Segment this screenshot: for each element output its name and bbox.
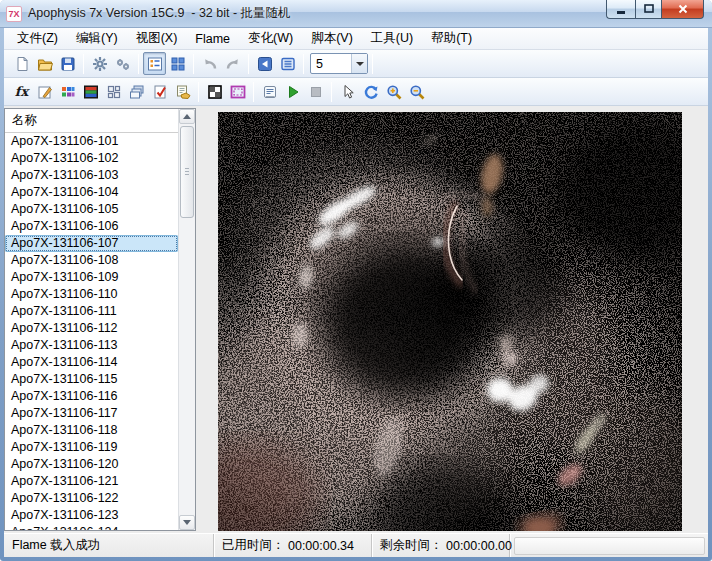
list-item[interactable]: Apo7X-131106-107 <box>5 235 178 252</box>
rotate-mode-button[interactable] <box>359 80 382 103</box>
gradient-editor-button[interactable] <box>79 80 102 103</box>
close-button[interactable] <box>662 0 704 19</box>
script-editor-button[interactable] <box>258 80 281 103</box>
render-flame-button[interactable] <box>148 80 171 103</box>
scroll-down-button[interactable] <box>179 515 195 530</box>
menu-item-0[interactable]: 文件(Z) <box>8 28 67 49</box>
hand-document-icon <box>175 84 191 100</box>
list-view-icon <box>147 56 163 72</box>
list-item[interactable]: Apo7X-131106-110 <box>5 286 178 303</box>
list-item[interactable]: Apo7X-131106-115 <box>5 371 178 388</box>
list-item[interactable]: Apo7X-131106-112 <box>5 320 178 337</box>
scroll-up-button[interactable] <box>179 109 195 124</box>
list-item[interactable]: Apo7X-131106-120 <box>5 456 178 473</box>
menu-bar: 文件(Z)编辑(Y)视图(X)Flame变化(W)脚本(V)工具(U)帮助(T) <box>4 28 708 50</box>
options-button[interactable] <box>88 52 111 75</box>
batch-options-button[interactable] <box>111 52 134 75</box>
list-item[interactable]: Apo7X-131106-118 <box>5 422 178 439</box>
run-script-button[interactable] <box>281 80 304 103</box>
menu-item-7[interactable]: 帮助(T) <box>422 28 481 49</box>
list-item[interactable]: Apo7X-131106-121 <box>5 473 178 490</box>
panel-splitter[interactable] <box>196 106 218 533</box>
duplicate-flame-button[interactable] <box>125 80 148 103</box>
reset-location-button[interactable] <box>253 52 276 75</box>
toolbar-separator <box>193 54 194 74</box>
minimize-icon <box>615 3 627 15</box>
quality-value: 5 <box>311 57 351 71</box>
checkerboard-icon <box>207 84 223 100</box>
list-item[interactable]: Apo7X-131106-117 <box>5 405 178 422</box>
open-button[interactable] <box>33 52 56 75</box>
edit-flame-button[interactable] <box>33 80 56 103</box>
transform-editor-button[interactable]: fx <box>10 80 33 103</box>
elapsed-value: 00:00:00.34 <box>288 539 354 553</box>
toolbar-main: 5 <box>4 50 708 78</box>
list-item[interactable]: Apo7X-131106-122 <box>5 490 178 507</box>
arrow-down-icon <box>183 520 191 525</box>
list-item[interactable]: Apo7X-131106-123 <box>5 507 178 524</box>
mutation-button[interactable] <box>102 80 125 103</box>
list-item[interactable]: Apo7X-131106-106 <box>5 218 178 235</box>
list-item[interactable]: Apo7X-131106-104 <box>5 184 178 201</box>
list-item[interactable]: Apo7X-131106-113 <box>5 337 178 354</box>
list-item[interactable]: Apo7X-131106-102 <box>5 150 178 167</box>
list-item[interactable]: Apo7X-131106-124 <box>5 524 178 530</box>
list-item[interactable]: Apo7X-131106-111 <box>5 303 178 320</box>
toggle-panel-button[interactable] <box>276 52 299 75</box>
palette-icon <box>60 84 76 100</box>
title-bar[interactable]: 7X Apophysis 7x Version 15C.9 - 32 bit -… <box>0 0 712 28</box>
undo-icon <box>202 56 218 72</box>
toolbar-separator <box>372 54 373 74</box>
list-item[interactable]: Apo7X-131106-103 <box>5 167 178 184</box>
main-area: 名称 Apo7X-131106-101Apo7X-131106-102Apo7X… <box>4 106 708 533</box>
list-item[interactable]: Apo7X-131106-109 <box>5 269 178 286</box>
gear-icon <box>92 56 108 72</box>
menu-item-3[interactable]: Flame <box>186 30 239 48</box>
redo-button[interactable] <box>221 52 244 75</box>
fractal-preview[interactable] <box>218 112 682 531</box>
scrollbar-thumb[interactable] <box>180 126 194 218</box>
menu-item-5[interactable]: 脚本(V) <box>302 28 362 49</box>
adjust-palette-button[interactable] <box>56 80 79 103</box>
cursor-icon <box>340 84 356 100</box>
new-flame-button[interactable] <box>10 52 33 75</box>
combo-dropdown-button[interactable] <box>351 54 367 73</box>
minimize-button[interactable] <box>606 0 635 19</box>
arrow-up-icon <box>183 114 191 119</box>
menu-item-6[interactable]: 工具(U) <box>362 28 422 49</box>
zoom-out-button[interactable] <box>405 80 428 103</box>
undo-button[interactable] <box>198 52 221 75</box>
scrollbar-grip-icon <box>185 168 189 176</box>
window-title: Apophysis 7x Version 15C.9 - 32 bit - 批量… <box>28 5 291 22</box>
list-item[interactable]: Apo7X-131106-116 <box>5 388 178 405</box>
list-scrollbar[interactable] <box>178 109 195 530</box>
flame-list[interactable]: 名称 Apo7X-131106-101Apo7X-131106-102Apo7X… <box>5 109 178 530</box>
toggle-transparency-button[interactable] <box>203 80 226 103</box>
menu-item-1[interactable]: 编辑(Y) <box>67 28 127 49</box>
render-to-disk-button[interactable] <box>171 80 194 103</box>
list-item[interactable]: Apo7X-131106-101 <box>5 133 178 150</box>
render-frame-button[interactable] <box>226 80 249 103</box>
copy-windows-icon <box>129 84 145 100</box>
menu-item-4[interactable]: 变化(W) <box>239 28 302 49</box>
stop-script-button[interactable] <box>304 80 327 103</box>
menu-item-2[interactable]: 视图(X) <box>127 28 187 49</box>
list-item[interactable]: Apo7X-131106-114 <box>5 354 178 371</box>
list-item[interactable]: Apo7X-131106-105 <box>5 201 178 218</box>
list-item[interactable]: Apo7X-131106-119 <box>5 439 178 456</box>
save-button[interactable] <box>56 52 79 75</box>
chevron-down-icon <box>356 62 364 66</box>
open-folder-icon <box>37 56 53 72</box>
toolbar-separator <box>198 82 199 102</box>
flame-list-panel: 名称 Apo7X-131106-101Apo7X-131106-102Apo7X… <box>4 108 196 531</box>
back-arrow-icon <box>257 56 273 72</box>
list-view-button[interactable] <box>143 52 166 75</box>
select-mode-button[interactable] <box>336 80 359 103</box>
mutation-grid-icon <box>106 84 122 100</box>
remaining-label: 剩余时间： <box>380 537 443 554</box>
maximize-button[interactable] <box>635 0 662 19</box>
thumbnail-view-button[interactable] <box>166 52 189 75</box>
zoom-in-button[interactable] <box>382 80 405 103</box>
list-item[interactable]: Apo7X-131106-108 <box>5 252 178 269</box>
quality-select[interactable]: 5 <box>310 53 368 74</box>
